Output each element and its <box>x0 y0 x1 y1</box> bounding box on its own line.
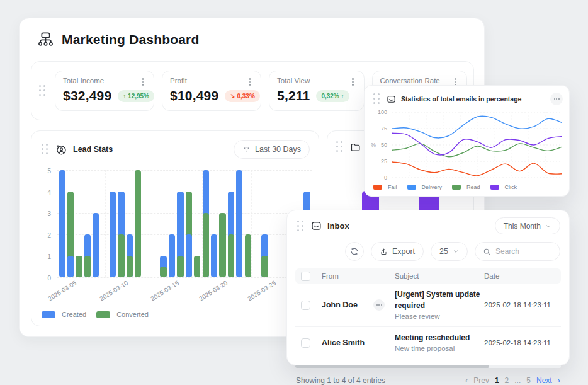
bar-created[interactable] <box>67 256 74 277</box>
chevron-down-icon <box>545 223 551 229</box>
bar-slot <box>135 170 141 277</box>
legend-swatch-created <box>42 311 55 318</box>
y-tick-label: 0 <box>47 275 51 282</box>
email-line-chart: % 1007550250 <box>392 108 562 181</box>
row-checkbox[interactable] <box>301 301 310 310</box>
period-label: This Month <box>504 222 541 231</box>
drag-handle-icon[interactable] <box>40 142 50 156</box>
bar-converted[interactable] <box>135 170 141 277</box>
bar-converted[interactable] <box>219 213 225 277</box>
page-button[interactable]: 5 <box>526 376 531 385</box>
trend-badge: 0,32% ↑ <box>316 90 349 102</box>
x-tick-label: 2025-03-25 <box>246 279 277 302</box>
stat-label: Total View <box>277 77 356 84</box>
y-tick-label: 5 <box>47 168 51 175</box>
line-series-fail <box>392 162 562 176</box>
chevron-right-icon[interactable]: › <box>558 376 560 385</box>
kebab-menu-icon[interactable] <box>139 77 147 87</box>
legend-swatch-fail <box>373 185 382 190</box>
kebab-menu-icon[interactable] <box>349 77 358 87</box>
page-ellipsis: ... <box>514 376 521 385</box>
bar-slot <box>261 170 268 277</box>
period-select[interactable]: This Month <box>495 217 560 234</box>
bar-slot <box>228 170 234 277</box>
bar-created[interactable] <box>211 234 217 277</box>
bar-converted[interactable] <box>76 256 82 277</box>
bar-created[interactable] <box>186 234 192 277</box>
bar-slot <box>194 170 200 277</box>
bar-slot <box>67 170 74 277</box>
page-button[interactable]: 1 <box>495 376 499 385</box>
refresh-button[interactable] <box>345 242 364 261</box>
legend-label-delivery: Delivery <box>422 184 443 190</box>
email-stats-title: Statistics of total emails in percentage <box>401 95 521 103</box>
lead-filter-button[interactable]: Last 30 Days <box>234 140 310 159</box>
bar-converted[interactable] <box>261 256 268 277</box>
chevron-left-icon[interactable]: ‹ <box>465 376 468 385</box>
drag-handle-icon[interactable] <box>372 92 382 106</box>
dashboard-header: Marketing Dashboard <box>20 18 484 48</box>
inbox-toolbar: Export 25 <box>287 234 569 261</box>
bar-created[interactable] <box>59 170 65 277</box>
folder-icon <box>350 142 361 152</box>
bar-created[interactable] <box>169 234 175 277</box>
trend-badge: ↑ 12,95% <box>118 90 154 102</box>
bar-converted[interactable] <box>177 256 183 277</box>
bar-slot <box>278 170 285 277</box>
refresh-icon <box>350 247 359 256</box>
bar-converted[interactable] <box>118 234 124 277</box>
select-all-checkbox[interactable] <box>301 272 310 281</box>
page-button[interactable]: 2 <box>505 376 509 385</box>
bar-created[interactable] <box>236 170 242 277</box>
email-legend: Fail Delivery Read Click <box>373 184 521 190</box>
stat-value: 5,211 <box>277 88 310 103</box>
email-y-axis-unit: % <box>371 142 376 148</box>
bar-slot <box>118 170 124 277</box>
bar-converted[interactable] <box>194 256 200 277</box>
drag-handle-icon[interactable] <box>335 140 344 154</box>
x-tick-label: 2025-03-05 <box>47 279 77 302</box>
email-subject: Meeting rescheduled <box>395 332 484 343</box>
bar-slot <box>160 170 166 277</box>
table-row[interactable]: Alice Smith Meeting rescheduled New time… <box>295 327 561 359</box>
bar-slot <box>59 170 65 277</box>
legend-swatch-read <box>452 185 461 190</box>
stat-value: $32,499 <box>63 88 111 103</box>
table-row[interactable]: John Doe [Urgent] System update required… <box>295 284 561 327</box>
stat-label: Conversation Rate <box>380 77 460 84</box>
bar-converted[interactable] <box>160 267 166 277</box>
row-checkbox[interactable] <box>301 338 310 348</box>
drag-handle-icon[interactable] <box>38 84 47 98</box>
funnel-icon <box>242 146 251 154</box>
bar-created[interactable] <box>93 213 99 277</box>
row-menu-button[interactable] <box>373 299 385 311</box>
page-title: Marketing Dashboard <box>62 32 200 47</box>
search-box <box>475 242 560 261</box>
search-icon <box>483 248 491 256</box>
bar-converted[interactable] <box>127 256 133 277</box>
more-options-button[interactable] <box>550 93 563 105</box>
bar-slot <box>211 170 217 277</box>
horizontal-scrollbar[interactable] <box>295 365 561 368</box>
email-subject: [Urgent] System update required <box>395 289 484 311</box>
prev-button[interactable]: Prev <box>473 376 489 385</box>
inbox-title: Inbox <box>327 221 349 231</box>
next-button[interactable]: Next <box>536 376 552 385</box>
stat-value: $10,499 <box>170 88 218 103</box>
bar-converted[interactable] <box>203 213 209 277</box>
bar-converted[interactable] <box>228 234 234 277</box>
email-preview: Please review <box>395 311 484 321</box>
scrollbar-thumb[interactable] <box>295 365 489 368</box>
bar-created[interactable] <box>110 192 116 277</box>
column-header-date: Date <box>484 272 561 280</box>
table-header-row: From Subject Date <box>295 268 561 284</box>
search-input[interactable] <box>495 247 550 256</box>
page-size-select[interactable]: 25 <box>431 242 468 261</box>
bar-converted[interactable] <box>245 234 251 277</box>
drag-handle-icon[interactable] <box>296 219 305 233</box>
kebab-menu-icon[interactable] <box>246 77 254 87</box>
export-button[interactable]: Export <box>371 242 424 261</box>
inbox-table: From Subject Date John Doe [Urgent] Syst… <box>295 268 561 359</box>
bar-converted[interactable] <box>84 256 91 277</box>
stat-card-total-income: Total Income $32,499 ↑ 12,95% <box>55 71 154 111</box>
